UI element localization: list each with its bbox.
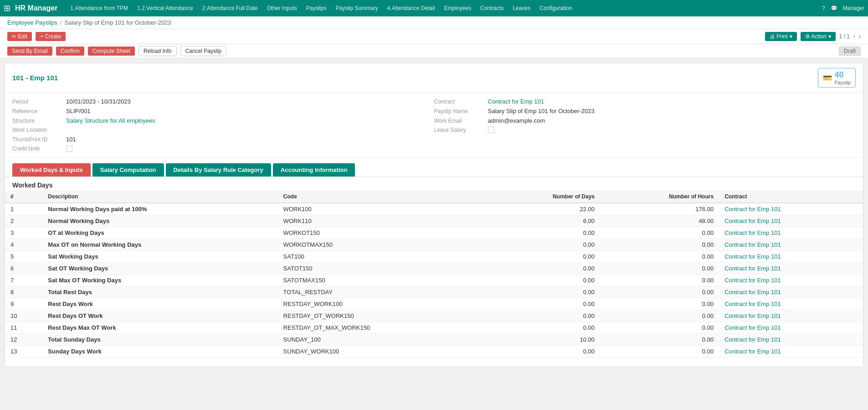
cell-description: Total Sunday Days bbox=[42, 334, 277, 346]
nav-leaves[interactable]: Leaves bbox=[509, 3, 534, 13]
cell-num: 7 bbox=[5, 275, 42, 286]
nav-configuration[interactable]: Configuration bbox=[536, 3, 575, 13]
cell-num: 10 bbox=[5, 310, 42, 322]
table-row[interactable]: 4 Max OT on Normal Working Days WORKOTMA… bbox=[5, 239, 863, 251]
help-icon[interactable]: ? bbox=[822, 5, 825, 11]
table-row[interactable]: 12 Total Sunday Days SUNDAY_100 10.00 0.… bbox=[5, 334, 863, 346]
table-row[interactable]: 6 Sat OT Working Days SATOT150 0.00 0.00… bbox=[5, 263, 863, 275]
table-row[interactable]: 13 Sunday Days Work SUNDAY_WORK100 0.00 … bbox=[5, 346, 863, 358]
nav-attendance-full[interactable]: 2.Attendance Full Date bbox=[199, 3, 262, 13]
col-code: Code bbox=[278, 191, 487, 203]
create-button[interactable]: + Create bbox=[36, 32, 66, 41]
table-row[interactable]: 8 Total Rest Days TOTAL_RESTDAY 0.00 0.0… bbox=[5, 286, 863, 298]
table-row[interactable]: 5 Sat Working Days SAT100 0.00 0.00 Cont… bbox=[5, 251, 863, 263]
breadcrumb-separator: / bbox=[60, 19, 62, 26]
prev-icon[interactable]: ‹ bbox=[853, 33, 855, 40]
send-by-email-button[interactable]: Send By Email bbox=[7, 47, 52, 56]
credit-note-row: Credit Note bbox=[12, 145, 434, 152]
chat-icon[interactable]: 💬 bbox=[831, 5, 837, 11]
action-dropdown-icon: ▾ bbox=[828, 33, 831, 40]
credit-note-checkbox[interactable] bbox=[66, 145, 72, 152]
cell-contract[interactable]: Contract for Emp 101 bbox=[719, 263, 863, 275]
table-row[interactable]: 7 Sat Max OT Working Days SATOTMAX150 0.… bbox=[5, 275, 863, 286]
contract-label: Contract bbox=[434, 99, 484, 105]
nav-attendance-detail[interactable]: 4.Attendance Detail bbox=[384, 3, 439, 13]
cell-num: 2 bbox=[5, 215, 42, 227]
cell-num: 11 bbox=[5, 322, 42, 334]
status-bar: Send By Email Confirm Compute Sheet Relo… bbox=[0, 44, 868, 58]
col-description: Description bbox=[42, 191, 277, 203]
cell-num: 9 bbox=[5, 298, 42, 310]
breadcrumb-parent[interactable]: Employee Payslips bbox=[7, 19, 57, 26]
cell-hours: 176.00 bbox=[600, 203, 719, 215]
leave-salary-checkbox[interactable] bbox=[488, 127, 494, 133]
cell-contract[interactable]: Contract for Emp 101 bbox=[719, 203, 863, 215]
edit-button[interactable]: ✏ Edit bbox=[7, 32, 32, 41]
cell-description: OT at Working Days bbox=[42, 227, 277, 239]
tab-details-by-category[interactable]: Details By Salary Rule Category bbox=[166, 163, 271, 176]
nav-other-inputs[interactable]: Other Inputs bbox=[263, 3, 301, 13]
cell-hours: 0.00 bbox=[600, 346, 719, 358]
nav-vertical-attendance[interactable]: 1.2.Vertical Attendance bbox=[134, 3, 197, 13]
reload-info-button[interactable]: Reload Info bbox=[139, 46, 176, 56]
cell-hours: 0.00 bbox=[600, 263, 719, 275]
print-button[interactable]: 🖨 Print ▾ bbox=[765, 32, 797, 41]
cell-code: RESTDAY_WORK100 bbox=[278, 298, 487, 310]
table-row[interactable]: 11 Rest Days Max OT Work RESTDAY_OT_MAX_… bbox=[5, 322, 863, 334]
cell-contract[interactable]: Contract for Emp 101 bbox=[719, 275, 863, 286]
cancel-payslip-button[interactable]: Cancel Payslip bbox=[180, 46, 226, 56]
cell-hours: 0.00 bbox=[600, 227, 719, 239]
action-button[interactable]: ⚙ Action ▾ bbox=[801, 32, 836, 41]
cell-description: Normal Working Days bbox=[42, 215, 277, 227]
pagination-text: 1 / 1 bbox=[839, 33, 850, 40]
grid-icon[interactable]: ⊞ bbox=[4, 3, 10, 13]
cell-contract[interactable]: Contract for Emp 101 bbox=[719, 322, 863, 334]
user-menu[interactable]: Manager bbox=[843, 5, 864, 11]
nav-contracts[interactable]: Contracts bbox=[477, 3, 507, 13]
work-email-label: Work Email bbox=[434, 118, 484, 124]
structure-row: Structure Salary Structure for All emplo… bbox=[12, 117, 434, 124]
cell-description: Normal Working Days paid at 100% bbox=[42, 203, 277, 215]
cell-contract[interactable]: Contract for Emp 101 bbox=[719, 215, 863, 227]
cell-contract[interactable]: Contract for Emp 101 bbox=[719, 227, 863, 239]
work-location-label: Work Location bbox=[12, 127, 62, 133]
print-label: 🖨 Print bbox=[770, 33, 788, 40]
thumbprint-label: ThumbPrint ID bbox=[12, 136, 62, 143]
cell-contract[interactable]: Contract for Emp 101 bbox=[719, 310, 863, 322]
work-location-row: Work Location bbox=[12, 127, 434, 133]
table-row[interactable]: 9 Rest Days Work RESTDAY_WORK100 0.00 0.… bbox=[5, 298, 863, 310]
cell-num: 3 bbox=[5, 227, 42, 239]
cell-contract[interactable]: Contract for Emp 101 bbox=[719, 334, 863, 346]
nav-employees[interactable]: Employees bbox=[441, 3, 475, 13]
table-row[interactable]: 2 Normal Working Days WORK110 6.00 48.00… bbox=[5, 215, 863, 227]
contract-value[interactable]: Contract for Emp 101 bbox=[488, 98, 544, 105]
compute-sheet-button[interactable]: Compute Sheet bbox=[88, 47, 135, 56]
nav-payslips[interactable]: Payslips bbox=[303, 3, 330, 13]
employee-header: 101 - Emp 101 💳 40 Payslip bbox=[5, 63, 863, 93]
nav-attendance-tpm[interactable]: 1.Attendance from TPM bbox=[67, 3, 132, 13]
payslip-name-label: Payslip Name bbox=[434, 108, 484, 114]
tab-salary-computation[interactable]: Salary Computation bbox=[92, 163, 164, 176]
cell-days: 0.00 bbox=[487, 251, 600, 263]
thumbprint-value: 101 bbox=[66, 136, 76, 143]
table-row[interactable]: 1 Normal Working Days paid at 100% WORK1… bbox=[5, 203, 863, 215]
tab-accounting-information[interactable]: Accounting Information bbox=[273, 163, 355, 176]
cell-contract[interactable]: Contract for Emp 101 bbox=[719, 298, 863, 310]
nav-payslip-summary[interactable]: Payslip Summary bbox=[332, 3, 381, 13]
next-icon[interactable]: › bbox=[859, 33, 861, 40]
cell-contract[interactable]: Contract for Emp 101 bbox=[719, 346, 863, 358]
table-header: # Description Code Number of Days Number… bbox=[5, 191, 863, 203]
cell-contract[interactable]: Contract for Emp 101 bbox=[719, 251, 863, 263]
cell-hours: 0.00 bbox=[600, 298, 719, 310]
cell-code: SUNDAY_100 bbox=[278, 334, 487, 346]
tab-worked-days[interactable]: Worked Days & Inputs bbox=[12, 163, 91, 176]
table-row[interactable]: 3 OT at Working Days WORKOT150 0.00 0.00… bbox=[5, 227, 863, 239]
confirm-button[interactable]: Confirm bbox=[56, 47, 84, 56]
form-right-column: Contract Contract for Emp 101 Payslip Na… bbox=[434, 98, 856, 152]
structure-value[interactable]: Salary Structure for All employees bbox=[66, 117, 155, 124]
cell-description: Sat OT Working Days bbox=[42, 263, 277, 275]
cell-contract[interactable]: Contract for Emp 101 bbox=[719, 286, 863, 298]
table-row[interactable]: 10 Rest Days OT Work RESTDAY_OT_WORK150 … bbox=[5, 310, 863, 322]
breadcrumb-current: Salary Slip of Emp 101 for October-2023 bbox=[64, 19, 171, 26]
cell-contract[interactable]: Contract for Emp 101 bbox=[719, 239, 863, 251]
